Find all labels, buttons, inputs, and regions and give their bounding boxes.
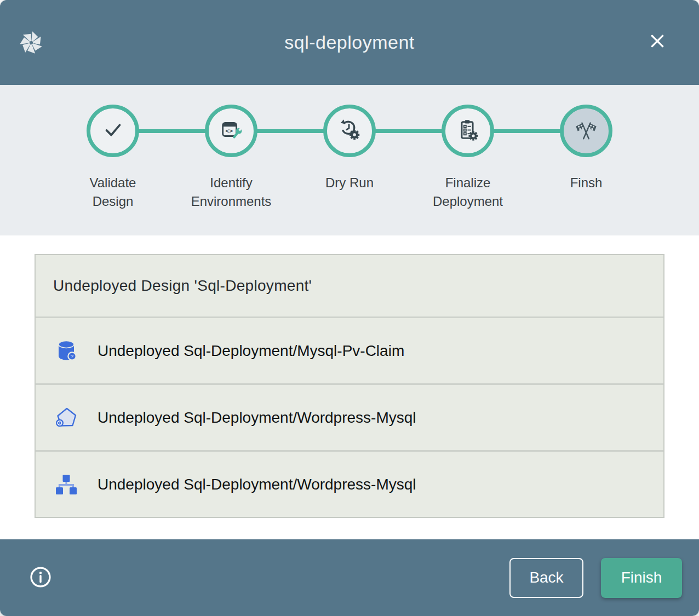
- hierarchy-icon: [53, 471, 79, 498]
- dialog-header: sql-deployment: [0, 0, 699, 85]
- step-circle-5[interactable]: [560, 105, 612, 157]
- stepper: Validate Design <>: [0, 85, 699, 235]
- finish-button[interactable]: Finish: [601, 558, 682, 598]
- list-item: Undeployed Sql-Deployment/Wordpress-Mysq…: [36, 383, 663, 450]
- step-circle-4[interactable]: [442, 105, 494, 157]
- summary-row: Undeployed Design 'Sql-Deployment': [36, 255, 663, 316]
- step-label: Finsh: [570, 174, 603, 192]
- back-button[interactable]: Back: [509, 558, 583, 598]
- pentagon-icon: [53, 404, 79, 431]
- list-item: ? Undeployed Sql-Deployment/Mysql-Pv-Cla…: [36, 316, 663, 383]
- step-identify-environments: <> Identify Environments: [172, 105, 290, 211]
- step-circle-3[interactable]: [323, 105, 376, 157]
- step-circle-2[interactable]: <>: [205, 105, 257, 157]
- svg-text:?: ?: [71, 353, 73, 359]
- dialog-title: sql-deployment: [0, 32, 699, 53]
- info-button[interactable]: [28, 566, 53, 590]
- step-label: Identify Environments: [188, 174, 274, 211]
- meshery-logo-icon: [18, 28, 45, 57]
- step-label: Dry Run: [325, 174, 374, 192]
- check-icon: [100, 117, 125, 145]
- database-icon: ?: [53, 337, 79, 365]
- svg-text:<>: <>: [225, 128, 233, 134]
- list-item-text: Undeployed Sql-Deployment/Wordpress-Mysq…: [98, 409, 416, 427]
- list-item: Undeployed Sql-Deployment/Wordpress-Mysq…: [36, 450, 663, 517]
- dialog-footer: Back Finish: [0, 539, 699, 616]
- undeploy-results-panel: Undeployed Design 'Sql-Deployment' ? Und…: [35, 254, 664, 518]
- results-content: Undeployed Design 'Sql-Deployment' ? Und…: [0, 235, 699, 539]
- step-finalize-deployment: Finalize Deployment: [409, 105, 527, 211]
- history-gear-icon: [337, 117, 362, 145]
- summary-text: Undeployed Design 'Sql-Deployment': [53, 277, 312, 295]
- step-label: Finalize Deployment: [425, 174, 511, 211]
- info-icon: [28, 565, 53, 591]
- clipboard-gear-icon: [455, 117, 480, 145]
- deployment-wizard-dialog: sql-deployment: [0, 0, 699, 616]
- step-dry-run: Dry Run: [290, 105, 409, 211]
- close-icon: [646, 30, 669, 54]
- close-button[interactable]: [644, 28, 671, 55]
- step-label: Validate Design: [70, 174, 156, 211]
- list-item-text: Undeployed Sql-Deployment/Wordpress-Mysq…: [98, 476, 416, 493]
- step-circle-1[interactable]: [87, 105, 139, 157]
- list-item-text: Undeployed Sql-Deployment/Mysql-Pv-Claim: [98, 342, 404, 360]
- code-wrench-icon: <>: [219, 117, 244, 145]
- step-finish: Finsh: [527, 105, 645, 211]
- step-validate-design: Validate Design: [54, 105, 172, 211]
- checkered-flags-icon: [574, 117, 599, 145]
